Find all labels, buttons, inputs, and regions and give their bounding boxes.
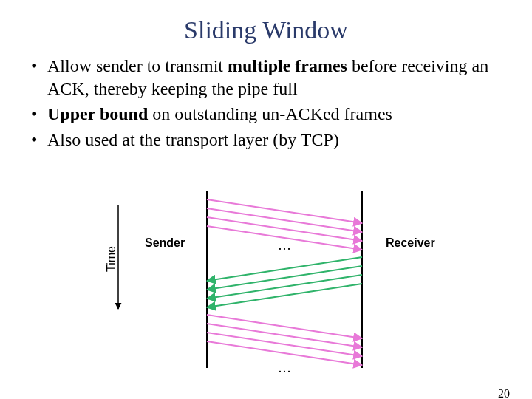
slide: Sliding Window Allow sender to transmit … [0, 16, 532, 399]
bullet-text-post: on outstanding un-ACKed frames [148, 104, 392, 123]
svg-text:…: … [278, 238, 291, 253]
time-axis-label: Time [105, 246, 118, 272]
bullet-item: Upper bound on outstanding un-ACKed fram… [31, 103, 501, 126]
bullet-text-bold: Upper bound [47, 104, 148, 123]
diagram-svg: …… [0, 191, 532, 383]
bullet-item: Also used at the transport layer (by TCP… [31, 129, 501, 151]
timeline-diagram: …… Sender Receiver Time [0, 191, 532, 383]
svg-text:…: … [278, 361, 291, 375]
sender-label: Sender [145, 236, 185, 250]
bullet-item: Allow sender to transmit multiple frames… [31, 55, 501, 100]
bullet-text-bold: multiple frames [228, 56, 347, 75]
slide-title: Sliding Window [0, 16, 532, 44]
slide-number: 20 [498, 387, 510, 399]
bullet-text-pre: Also used at the transport layer (by TCP… [47, 130, 339, 149]
receiver-label: Receiver [386, 236, 435, 250]
bullet-text-pre: Allow sender to transmit [47, 56, 228, 75]
bullet-list: Allow sender to transmit multiple frames… [31, 55, 501, 151]
